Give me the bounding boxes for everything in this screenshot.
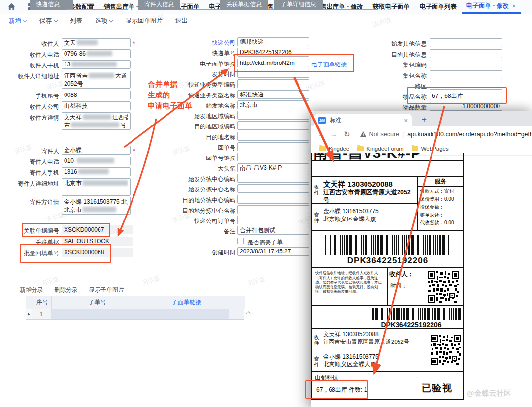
create-time-label: 创建时间 [164, 249, 235, 257]
tab-close-icon[interactable]: × [404, 117, 408, 124]
bookmark-1[interactable]: KingdeeForum [357, 146, 403, 152]
table-cell[interactable] [26, 309, 32, 320]
dest-name-input[interactable] [237, 132, 309, 141]
recipient-address-label: 收件人详细地址 [1, 72, 59, 81]
sender-name-input[interactable]: 金小蝶 [62, 146, 131, 155]
browser-tab[interactable]: 100 标准 × [314, 114, 412, 126]
sender-phone-input[interactable]: 010- [62, 157, 131, 165]
tab-8[interactable]: 电子面单 - 修改× [462, 0, 521, 14]
eorder-link-input[interactable]: http://ckd.im/broN2m [237, 59, 309, 67]
dest-area-code-input[interactable] [237, 121, 309, 130]
create-time-input[interactable]: 2023/8/31 17:45:27 [237, 247, 309, 256]
sender-address-input[interactable]: 北京市 [62, 178, 131, 196]
home-icon[interactable] [8, 3, 15, 10]
column-header: 子单号 [51, 296, 143, 309]
dest-sort-code-label: 目的地分拣中心编码 [164, 196, 235, 205]
table-cell[interactable] [51, 309, 142, 320]
recipient-phone-input[interactable]: 0796-86 [62, 49, 131, 58]
subform-buttons: 新增分录删除分录显示子单图片 [20, 286, 124, 294]
subform-button-0[interactable]: 新增分录 [20, 286, 43, 294]
service-item: 投保金额： [418, 202, 463, 210]
eorder-link-anchor[interactable]: 电子面单链接 [311, 61, 347, 69]
pack-code-input[interactable] [430, 60, 502, 68]
tab-7[interactable]: 电子面单列表 [415, 0, 462, 14]
subform-button-2[interactable]: 显示子单图片 [89, 286, 124, 294]
batch-backfill-no-value: XSCKD000068 [62, 248, 133, 257]
table-gutter [26, 296, 33, 309]
recipient-mobile-input[interactable]: 13 [62, 60, 131, 69]
dest-name-label: 目的地名称 [164, 133, 235, 142]
required-marker: * [133, 40, 135, 47]
dest-sort-name-input[interactable] [237, 205, 309, 214]
not-secure-label: Not secure [369, 131, 399, 138]
origin-other-label: 始发其他信息 [375, 40, 427, 48]
label-barcode2-block: DPK364225192206 [312, 306, 463, 329]
label-footer: 山都科技 67，68出库 件数: 1 已验视 [312, 372, 463, 400]
courier-company-input[interactable]: 德邦快递 [237, 37, 309, 46]
new-tab-button[interactable]: + [418, 113, 431, 126]
item-name-input[interactable]: 67，68出库 [430, 92, 502, 100]
forward-icon[interactable]: → [331, 130, 338, 138]
recipient-address-input[interactable]: 江西省吉大道2052号 [62, 71, 131, 89]
item-qty-input[interactable]: 1.0000000000 [430, 102, 502, 111]
eorder-link-label: 电子面单链接 [164, 60, 235, 68]
table-cell[interactable] [229, 309, 244, 320]
service-box: 服务 付款方式：寄付保价费用：0.00投保金额：签单返还：代收货款：0.00 [417, 177, 463, 230]
toolbar-options-button[interactable]: 选项 [95, 17, 113, 25]
toolbar-save-button[interactable]: 保存 [39, 17, 57, 25]
big-marker-input[interactable]: 南昌-昌V3-K#-P [237, 163, 309, 172]
pack-name-input[interactable] [430, 70, 502, 79]
road-area-label: 路区 [375, 82, 427, 91]
road-area-input[interactable] [430, 81, 502, 90]
address-bar[interactable]: api.kuaidi100.com/eorderapi.do?method=ge… [407, 131, 532, 138]
toolbar-exit-button[interactable]: 退出 [175, 17, 188, 25]
origin-sort-name-input[interactable] [237, 184, 309, 193]
recipient-company-input[interactable]: 山都科技 [62, 101, 131, 110]
bookmark-0[interactable]: Kingdee [319, 146, 349, 152]
tracking-no-input[interactable]: DPK364225192206 [237, 48, 309, 57]
recipient-name-input[interactable]: 文天 [62, 38, 131, 47]
subform-button-1[interactable]: 删除分录 [54, 286, 78, 294]
courier-order-no-input[interactable] [237, 216, 309, 224]
receipt-link-input[interactable] [237, 153, 309, 161]
table-cell[interactable]: 1 [32, 309, 51, 320]
biz-type-code-input[interactable] [237, 79, 309, 88]
tab-close-icon[interactable]: × [512, 3, 516, 10]
dest-sort-code-input[interactable] [237, 195, 309, 204]
not-secure-icon[interactable] [360, 131, 366, 137]
ship-time-label: 发货时间 [164, 70, 235, 79]
remark-input[interactable]: 合并打包测试 [237, 226, 309, 235]
sign-recipient-label: 收件人： [389, 270, 414, 279]
dest-other-input[interactable] [430, 49, 502, 58]
mobile-tail-input[interactable]: 0088 [62, 91, 131, 99]
sender-mobile-input[interactable]: 1316 [62, 167, 131, 176]
suborder-table-header: 序号子单号子面单链接 [26, 296, 245, 309]
toolbar-show-receipt-image-button[interactable]: 显示回单图片 [126, 17, 163, 25]
biz-type-name-input[interactable]: 标准快递 [237, 90, 309, 99]
receipt-no-input[interactable] [237, 142, 309, 151]
redacted-text [71, 122, 119, 127]
redacted-text [77, 40, 98, 45]
table-cell[interactable] [142, 309, 229, 320]
origin-sort-code-input[interactable] [237, 174, 309, 183]
service-item: 付款方式：寄付 [418, 187, 463, 194]
toolbar-new-button[interactable]: 新增 [9, 17, 27, 25]
recipient-detail-input[interactable]: 文天祥江西省吉号 [62, 112, 131, 130]
scroll-up-icon[interactable] [246, 311, 251, 316]
toolbar-list-button[interactable]: 列表 [70, 17, 82, 25]
origin-name-input[interactable]: 北京市 [237, 100, 309, 109]
table-row[interactable]: 1 [26, 309, 245, 320]
bookmark-2[interactable]: WebPages [412, 146, 449, 152]
ship-time-input[interactable] [237, 69, 309, 78]
back-icon[interactable]: ← [317, 130, 325, 138]
label-recipient-address: 江西吉安市青原区青原大道2052号 [323, 188, 416, 204]
origin-area-code-input[interactable] [237, 111, 309, 120]
receipt-no-label: 回单号 [164, 144, 235, 152]
courier-company-label: 快递公司 [164, 39, 235, 47]
recv-vertical-label: 收件 [312, 177, 321, 203]
sender-detail-input[interactable]: 金小蝶 13161503775 北京市北京市 [62, 197, 131, 215]
refresh-icon[interactable]: ↻ [344, 130, 350, 139]
need-suborder-checkbox[interactable] [237, 238, 244, 244]
origin-other-input[interactable] [430, 38, 502, 47]
qr-code [428, 271, 459, 303]
